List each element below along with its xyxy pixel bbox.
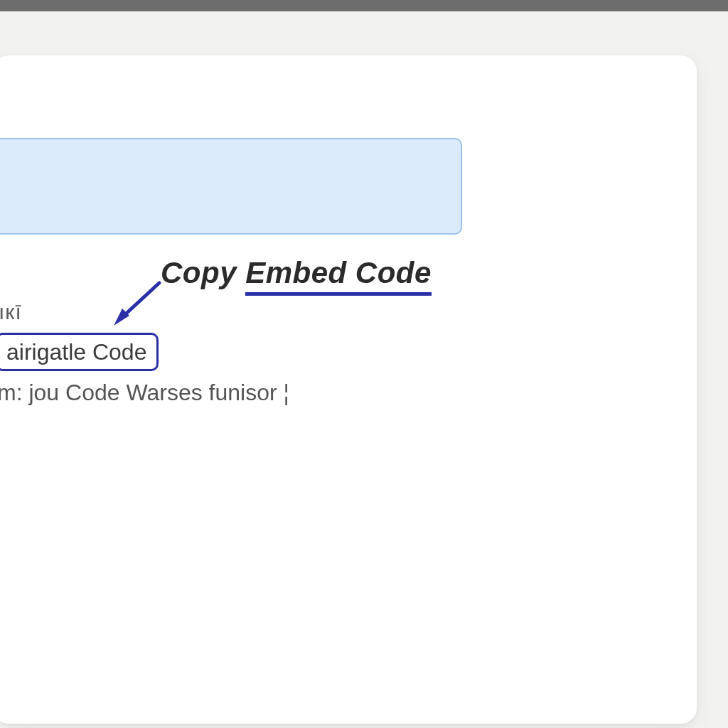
partial-label: ıкī [0, 300, 22, 324]
page-background: Copy Embed Code ıкī airigatle Code m: jo… [0, 11, 728, 728]
window-topbar [0, 0, 728, 11]
description-text: m: jou Code Warses funisor ¦ [0, 380, 289, 406]
callout-emphasis: Embed Code [245, 256, 432, 296]
embed-code-button-label: airigatle Code [6, 339, 146, 365]
embed-preview-box[interactable] [0, 138, 462, 235]
embed-code-button[interactable]: airigatle Code [0, 333, 159, 371]
callout-prefix: Copy [161, 256, 245, 289]
callout-heading: Copy Embed Code [161, 256, 432, 290]
